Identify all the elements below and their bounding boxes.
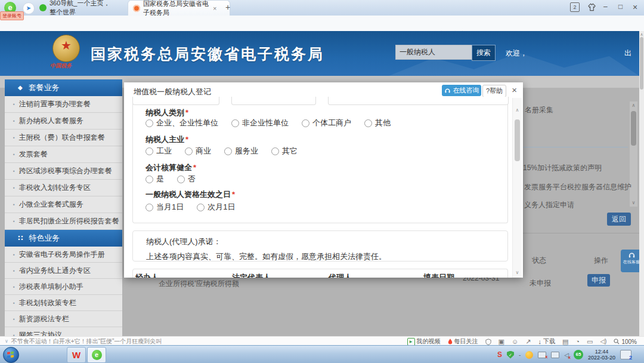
page-scroll-thumb[interactable] (640, 37, 643, 90)
window-maximize-icon[interactable]: □ (618, 2, 623, 11)
tray-battery-icon[interactable]: 65 (574, 350, 583, 359)
radio-icon[interactable] (271, 147, 279, 155)
ad-chevron-icon[interactable]: ∨ (5, 339, 8, 344)
radio-option[interactable]: 其他 (364, 118, 391, 128)
online-service-widget[interactable]: 在线客服 (621, 250, 639, 272)
help-button[interactable]: ?帮助 (482, 85, 506, 97)
start-button[interactable] (3, 347, 19, 363)
bg-applicant-text[interactable]: 义务人指定申请 (524, 200, 574, 210)
sidebar-item[interactable]: ▪注销前置事项办理套餐 (5, 96, 122, 113)
sidebar-item[interactable]: ▪非居民扣缴企业所得税报告套餐 (5, 213, 122, 230)
logout-link-partial[interactable]: 出 (624, 48, 631, 59)
tray-sogou-icon[interactable]: S (497, 350, 502, 359)
radio-option[interactable]: 非企业性单位 (231, 118, 289, 128)
online-consult-button[interactable]: 在线咨询 (442, 85, 481, 96)
bg-invoice-text[interactable]: 发票服务平台税控服务器信息维护 (524, 182, 631, 192)
navigation-icon[interactable]: ➤ (23, 2, 35, 14)
sidebar-section-packages[interactable]: ◆ 套餐业务 (5, 79, 122, 96)
radio-icon[interactable] (302, 119, 309, 127)
radio-icon[interactable] (364, 119, 372, 127)
radio-option[interactable]: 是 (145, 174, 164, 184)
tray-network-icon[interactable]: x (538, 352, 546, 358)
site-search-input[interactable] (395, 45, 474, 60)
speaker-icon[interactable]: ◁) (600, 339, 606, 344)
radio-icon[interactable] (145, 204, 153, 211)
radio-icon[interactable] (231, 119, 239, 127)
radio-option[interactable]: 企业、企业性单位 (145, 118, 218, 128)
skin-shirt-icon[interactable] (587, 3, 596, 11)
radio-option[interactable]: 个体工商户 (302, 118, 351, 128)
radio-option[interactable]: 其它 (271, 146, 298, 156)
screenshot-icon[interactable]: ▣ (499, 339, 504, 345)
sidebar-item[interactable]: ▪非税收入划转业务专区 (5, 180, 122, 196)
status-ad-link[interactable]: ∨ 不节食不运动！白开水+它！排出“巨便”一个月狂瘦到尖叫 (5, 337, 162, 346)
sidebar-section-special[interactable]: ∷ 特色业务 (5, 230, 122, 247)
tray-volume-icon[interactable]: ◁x (564, 352, 569, 358)
sidebar-item[interactable]: ▪涉税表单填制小助手 (5, 279, 122, 295)
booster-icon[interactable]: ↗ (525, 339, 531, 345)
shield-icon[interactable] (485, 339, 491, 345)
scroll-up-icon[interactable]: ∧ (639, 32, 644, 37)
sidebar-item[interactable]: ▪安徽省电子税务局操作手册 (5, 247, 122, 263)
tray-expand-icon[interactable]: - (519, 352, 521, 358)
modal-scrollbar[interactable]: ∧ ∨ (512, 98, 522, 278)
new-tab-button[interactable]: + (225, 2, 230, 12)
scroll-up-icon[interactable]: ∧ (513, 107, 522, 113)
my-videos-button[interactable]: ▶我的视频 (407, 337, 441, 346)
sidebar-item[interactable]: ▪网签三方协议 (5, 327, 122, 336)
scroll-up-icon[interactable]: ∧ (630, 103, 637, 108)
sidebar-item[interactable]: ▪省内业务线上通办专区 (5, 263, 122, 279)
page-scrollbar[interactable]: ∧ (639, 31, 644, 336)
site-search-button[interactable]: 搜索 (472, 45, 496, 61)
radio-option[interactable]: 工业 (145, 146, 172, 156)
radio-icon[interactable] (145, 119, 153, 127)
save-box-icon[interactable]: ▤ (562, 339, 568, 345)
bg-policy-text[interactable]: 15%加计抵减政策的声明 (523, 163, 602, 173)
radio-option[interactable]: 服务业 (224, 146, 258, 156)
daily-follow-button[interactable]: 每日关注 (448, 337, 478, 346)
tray-security-icon[interactable]: ✓ (507, 351, 514, 359)
modal-close-icon[interactable]: × (512, 85, 517, 95)
radio-icon[interactable] (197, 204, 205, 211)
modal-scroll-thumb[interactable] (515, 119, 520, 161)
tab-close-icon[interactable]: × (213, 5, 216, 12)
radio-icon[interactable] (224, 147, 232, 155)
tab-360-nav[interactable]: 360导航_一个主页，整个世界 (35, 0, 136, 16)
download-button[interactable]: ↓下载 (538, 337, 555, 346)
radio-option[interactable]: 次月1日 (197, 202, 235, 213)
radio-icon[interactable] (185, 147, 193, 155)
tray-display-icon[interactable] (551, 352, 559, 358)
radio-icon[interactable] (145, 176, 153, 183)
scroll-down-icon[interactable]: ∨ (513, 270, 522, 275)
sidebar-item[interactable]: ▪发票套餐 (5, 146, 122, 163)
taskbar-360-browser-icon[interactable]: e (87, 347, 106, 363)
tab-tax-site[interactable]: 国家税务总局安徽省电子税务局 × (128, 0, 230, 16)
return-button[interactable]: 返回 (607, 213, 631, 226)
sidebar-item[interactable]: ▪非税划转政策专栏 (5, 295, 122, 311)
bg-scroll-thumb[interactable] (631, 111, 636, 146)
radio-option[interactable]: 商业 (185, 146, 211, 156)
window-close-icon[interactable]: × (633, 2, 637, 12)
scroll-down-icon[interactable]: ∨ (630, 200, 637, 205)
zoom-control[interactable]: 100% (614, 339, 637, 345)
tab-count-badge[interactable]: 2 (570, 2, 580, 12)
sidebar-item[interactable]: ▪新办纳税人套餐服务 (5, 113, 122, 130)
window-mode-icon[interactable]: ▭ (587, 339, 593, 345)
tray-360-icon[interactable] (525, 351, 533, 359)
taskbar-clock[interactable]: 12:442022-03-20 (588, 349, 615, 361)
login-account-tag[interactable]: 登录账号 (0, 11, 24, 20)
declare-button[interactable]: 申报 (587, 274, 610, 287)
window-minimize-icon[interactable]: – (603, 2, 608, 11)
notification-windows-icon[interactable]: 2 (620, 350, 631, 359)
sidebar-item[interactable]: ▪小微企业套餐式服务 (5, 196, 122, 213)
radio-option[interactable]: 当月1日 (145, 202, 184, 213)
sidebar-item[interactable]: ▪主附税（费）联合申报套餐 (5, 130, 122, 146)
sidebar-item[interactable]: ▪跨区域涉税事项综合办理套餐 (5, 163, 122, 180)
sidebar-item[interactable]: ▪新资源税法专栏 (5, 311, 122, 327)
speed-icon[interactable]: ◔ (575, 339, 580, 345)
radio-option[interactable]: 否 (177, 174, 196, 184)
radio-icon[interactable] (177, 176, 185, 183)
taskbar-wps-icon[interactable]: W (67, 347, 86, 363)
radio-icon[interactable] (145, 147, 153, 155)
mood-icon[interactable]: ☺ (512, 339, 518, 345)
